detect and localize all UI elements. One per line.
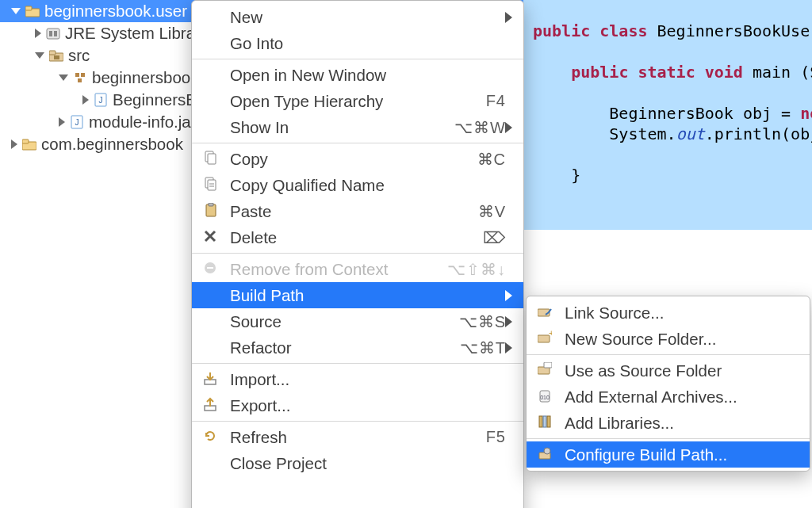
menu-item-label: Build Path — [230, 286, 506, 305]
project-icon — [25, 4, 40, 18]
chevron-right-icon[interactable] — [82, 95, 89, 105]
chevron-down-icon[interactable] — [59, 74, 68, 81]
menu-item-configure-build-path[interactable]: Configure Build Path... — [527, 441, 810, 468]
menu-item-label: Add External Archives... — [565, 388, 792, 407]
menu-item-refresh[interactable]: RefreshF5 — [192, 424, 523, 450]
menu-item-label: Open in New Window — [230, 66, 506, 85]
menu-item-paste[interactable]: Paste⌘V — [192, 198, 523, 224]
menu-item-remove-from-context: Remove from Context⌥⇧⌘↓ — [192, 256, 523, 282]
code-text: main (Str — [743, 63, 812, 82]
package-icon — [73, 71, 87, 85]
menu-item-new[interactable]: New — [192, 4, 523, 30]
menu-item-label: Delete — [230, 228, 472, 247]
menu-item-label: Close Project — [230, 454, 506, 473]
tree-item-label: JRE System Libra — [65, 24, 195, 43]
java-file-icon — [70, 115, 84, 129]
src-folder-icon — [49, 48, 63, 63]
libraries-icon — [538, 414, 555, 432]
submenu-arrow-icon — [505, 290, 512, 301]
menu-item-open-type-hierarchy[interactable]: Open Type HierarchyF4 — [192, 88, 523, 114]
menu-shortcut: ⌥⌘T — [460, 338, 506, 357]
menu-item-source[interactable]: Source⌥⌘S — [192, 308, 523, 334]
menu-item-go-into[interactable]: Go Into — [192, 30, 523, 56]
menu-separator — [192, 421, 523, 422]
chevron-right-icon[interactable] — [59, 117, 65, 127]
menu-item-label: Source — [230, 312, 448, 331]
use-src-icon — [538, 362, 555, 380]
copy-qn-icon — [203, 177, 220, 194]
import-icon — [203, 371, 220, 388]
menu-separator — [527, 354, 810, 355]
menu-shortcut: ⌥⌘W — [454, 118, 506, 137]
tree-item-label: module-info.ja — [89, 113, 191, 132]
menu-item-label: Paste — [230, 202, 467, 221]
menu-item-label: Use as Source Folder — [565, 361, 792, 380]
new-src-icon — [538, 330, 555, 348]
menu-item-copy[interactable]: Copy⌘C — [192, 146, 523, 172]
code-text: BeginnersBookUser { — [648, 21, 813, 40]
submenu-arrow-icon — [505, 316, 512, 327]
code-keyword: public class — [533, 21, 648, 40]
menu-item-label: New — [230, 8, 506, 27]
paste-icon — [203, 203, 220, 220]
menu-item-label: Copy — [230, 150, 466, 169]
menu-item-link-source[interactable]: Link Source... — [527, 300, 810, 326]
build-path-submenu[interactable]: Link Source...New Source Folder...Use as… — [526, 296, 810, 472]
chevron-down-icon[interactable] — [35, 52, 44, 59]
menu-separator — [527, 438, 810, 439]
menu-item-copy-qualified-name[interactable]: Copy Qualified Name — [192, 172, 523, 198]
menu-item-label: Export... — [230, 396, 506, 415]
tree-item-label: BeginnersB — [113, 90, 197, 109]
menu-item-new-source-folder[interactable]: New Source Folder... — [527, 326, 810, 352]
context-menu[interactable]: NewGo IntoOpen in New WindowOpen Type Hi… — [191, 0, 524, 508]
jre-icon — [46, 26, 60, 40]
menu-item-label: Remove from Context — [230, 260, 436, 279]
delete-icon — [203, 229, 220, 246]
menu-item-label: Refactor — [230, 338, 449, 357]
menu-item-label: Refresh — [230, 428, 475, 447]
menu-item-open-in-new-window[interactable]: Open in New Window — [192, 62, 523, 88]
copy-icon — [203, 151, 220, 168]
menu-item-refactor[interactable]: Refactor⌥⌘T — [192, 334, 523, 361]
menu-item-label: Add Libraries... — [565, 414, 792, 433]
menu-separator — [192, 253, 523, 254]
chevron-down-icon[interactable] — [11, 8, 21, 14]
menu-item-label: Link Source... — [565, 304, 792, 323]
tree-item-label: com.beginnersbook — [41, 135, 183, 154]
code-text: BeginnersBook obj = — [609, 104, 800, 123]
menu-item-export[interactable]: Export... — [192, 392, 523, 418]
menu-separator — [192, 143, 523, 143]
chevron-right-icon[interactable] — [35, 29, 41, 38]
code-text: System. — [609, 124, 676, 143]
tree-item-label: beginnersbook.user — [44, 2, 187, 21]
code-text: .println(obj.wel — [705, 124, 812, 143]
chevron-right-icon[interactable] — [11, 139, 17, 149]
menu-item-add-external-archives[interactable]: Add External Archives... — [527, 384, 810, 410]
menu-separator — [192, 59, 523, 59]
refresh-icon — [203, 429, 220, 446]
code-editor[interactable]: public class BeginnersBookUser { public … — [523, 0, 812, 230]
tree-item-label: beginnersbook — [92, 68, 199, 87]
config-icon — [538, 446, 555, 464]
tree-item-label: src — [68, 46, 90, 65]
code-keyword: new — [800, 104, 812, 123]
menu-item-delete[interactable]: Delete⌦ — [192, 224, 523, 250]
export-icon — [203, 397, 220, 414]
menu-shortcut: ⌘V — [478, 202, 506, 221]
menu-shortcut: ⌥⇧⌘↓ — [447, 260, 506, 279]
menu-item-use-as-source-folder[interactable]: Use as Source Folder — [527, 357, 810, 384]
remove-icon — [203, 261, 220, 278]
menu-item-show-in[interactable]: Show In⌥⌘W — [192, 114, 523, 140]
menu-item-label: Go Into — [230, 34, 506, 53]
archives-icon — [538, 388, 555, 406]
menu-shortcut: ⌘C — [477, 150, 506, 169]
menu-item-add-libraries[interactable]: Add Libraries... — [527, 410, 810, 436]
menu-item-label: Open Type Hierarchy — [230, 92, 475, 111]
menu-item-close-project[interactable]: Close Project — [192, 450, 523, 476]
java-file-icon — [94, 93, 108, 107]
menu-item-build-path[interactable]: Build Path — [192, 282, 523, 308]
project-icon — [22, 137, 36, 151]
menu-separator — [192, 363, 523, 364]
menu-shortcut: F4 — [486, 92, 506, 110]
menu-item-import[interactable]: Import... — [192, 366, 523, 392]
